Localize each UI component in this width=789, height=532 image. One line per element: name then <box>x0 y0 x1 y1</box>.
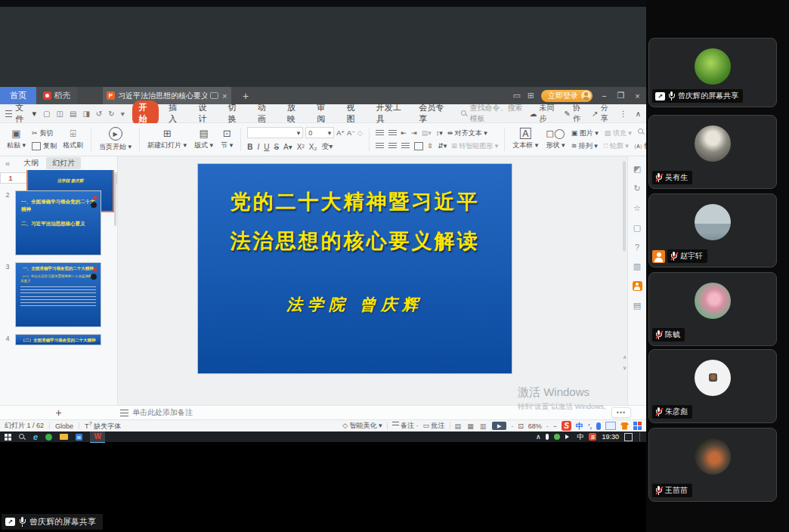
align-center-icon[interactable] <box>388 143 397 150</box>
tray-antivirus-icon[interactable] <box>554 434 560 440</box>
menu-tab-1[interactable]: 开始 <box>132 101 159 126</box>
login-button[interactable]: 立即登录 <box>541 90 593 102</box>
font-size-select[interactable]: 0▾ <box>305 127 334 138</box>
play-from-current-button[interactable]: ▶ 当页开始 ▾ <box>95 127 135 152</box>
align-left-icon[interactable] <box>376 143 384 150</box>
slide-canvas[interactable]: 党的二十大精神暨习近平 法治思想的核心要义解读 法学院 曾庆辉 <box>198 164 512 373</box>
format-painter-button[interactable]: ⌹ 格式刷 <box>59 128 87 150</box>
menu-tab-6[interactable]: 放映 <box>280 101 307 126</box>
participant-tile-1[interactable]: 曾庆辉的屏幕共享 <box>648 38 777 107</box>
participant-tile-5[interactable]: 朱彦彪 <box>648 349 777 423</box>
comment-button[interactable]: ▭ 批注 <box>423 421 445 431</box>
row-spacing-icon[interactable]: ⇳ <box>428 142 434 150</box>
ime-keyboard-icon[interactable] <box>605 422 616 430</box>
slide-thumbnail-3[interactable]: 3一、全面准确学习领会党的二十大精神（一）充分认识学习宣传贯彻党的二十大精神的重… <box>0 262 117 327</box>
ime-mode-indicator[interactable]: 中 <box>576 421 583 431</box>
participant-tile-2[interactable]: 吴有生 <box>648 115 777 189</box>
add-slide-button[interactable]: + <box>0 407 117 419</box>
menu-tab-9[interactable]: 开发工具 <box>370 101 410 126</box>
smart-graphic-button[interactable]: ⊞ 转智能图形 ▾ <box>451 141 498 151</box>
tray-mic-icon[interactable] <box>546 434 549 440</box>
justify-icon[interactable] <box>414 142 423 150</box>
decrease-indent-icon[interactable]: ⇤ <box>401 129 407 137</box>
outline-button[interactable]: □ 轮廓 ▾ <box>604 141 629 151</box>
subscript-button[interactable]: X₂ <box>309 143 317 151</box>
sync-status[interactable]: ☁ 未同步 <box>530 103 556 124</box>
more-options-icon[interactable]: ⋮ <box>620 110 627 118</box>
align-right-icon[interactable] <box>401 143 410 150</box>
zoom-out-button[interactable]: − <box>553 422 557 430</box>
slide-thumbnail-1[interactable]: 1党的二十大精神暨习近平法治思想的核心要义解读法学院 曾庆辉 <box>0 172 117 184</box>
editor-scrollbar[interactable] <box>623 161 626 252</box>
menu-tab-7[interactable]: 审阅 <box>310 101 336 126</box>
ime-punct-icon[interactable]: ’, <box>588 422 592 430</box>
copy-button[interactable]: 复制 <box>32 141 57 151</box>
read-pane-icon[interactable]: ▤ <box>633 301 641 311</box>
preview-icon[interactable]: ◨ <box>82 110 89 118</box>
clear-format-icon[interactable]: ◇ <box>357 129 363 137</box>
tab-docer[interactable]: 稻壳 <box>36 87 77 104</box>
text-direction-icon[interactable]: ▤▾ <box>422 129 432 137</box>
file-menu[interactable]: 文件 ▾ <box>5 102 36 125</box>
slide-thumbnail-4[interactable]: 4（二）全面准确学习领会党的二十大精神 <box>0 334 117 345</box>
output-icon[interactable]: ◫ <box>57 110 63 118</box>
menu-tab-8[interactable]: 视图 <box>339 101 366 126</box>
show-desktop-button[interactable] <box>639 432 642 441</box>
bullets-icon[interactable] <box>376 130 384 137</box>
chart-pane-icon[interactable]: ▥ <box>633 261 641 271</box>
new-slide-button[interactable]: ⊞ 新建幻灯片 ▾ <box>144 128 190 150</box>
fit-window-icon[interactable]: ⊡ <box>518 422 524 430</box>
sogou-logo-icon[interactable]: S <box>562 421 571 431</box>
volume-icon[interactable] <box>565 435 571 439</box>
save-icon[interactable]: ▢ <box>43 110 50 118</box>
taskbar-search-icon[interactable] <box>19 434 26 441</box>
participant-tile-4[interactable]: 陈毓 <box>648 272 777 346</box>
restore-button[interactable]: ❐ <box>616 91 626 101</box>
ie-icon[interactable]: e <box>33 433 38 441</box>
slide-editor[interactable]: 党的二十大精神暨习近平 法治思想的核心要义解读 法学院 曾庆辉 ∧ ∨ 激活 W… <box>118 156 627 405</box>
collapse-panel-icon[interactable]: « <box>5 159 10 168</box>
start-button[interactable] <box>5 434 11 441</box>
minimize-button[interactable]: − <box>599 91 609 101</box>
prev-slide-arrow[interactable]: ∧ <box>623 354 627 360</box>
missing-font-button[interactable]: T? 缺失字体 <box>85 420 121 431</box>
ime-skin-icon[interactable] <box>620 422 629 430</box>
star-pane-icon[interactable]: ☆ <box>633 203 641 213</box>
ime-toolbox-icon[interactable] <box>633 422 642 430</box>
numbering-icon[interactable] <box>388 130 397 137</box>
sorter-view-icon[interactable]: ▦ <box>467 422 475 430</box>
menu-tab-10[interactable]: 会员专享 <box>412 101 452 126</box>
font-family-select[interactable]: ▾ <box>247 127 303 138</box>
arrange-button[interactable]: ≋ 排列 ▾ <box>571 141 598 151</box>
photos-icon[interactable] <box>76 434 82 441</box>
menu-tab-3[interactable]: 设计 <box>191 101 218 126</box>
command-search[interactable]: 查找命令、搜索模板 <box>461 103 530 124</box>
layout-button[interactable]: ▤ 版式 ▾ <box>190 128 217 150</box>
notes-more-button[interactable]: ••• <box>611 407 631 418</box>
notes-input[interactable]: 单击此处添加备注 <box>117 407 193 418</box>
italic-button[interactable]: I <box>257 143 259 151</box>
customize-icon[interactable]: ▾ <box>121 110 125 118</box>
font-color-button[interactable]: A▾ <box>283 143 292 151</box>
note-button[interactable]: 备注 · <box>392 421 419 431</box>
sync-pane-icon[interactable]: ↻ <box>633 184 640 193</box>
participant-tile-6[interactable]: 王苗苗 <box>648 428 777 502</box>
collapse-ribbon-icon[interactable]: ∧ <box>636 110 641 118</box>
normal-view-icon[interactable]: ▤ <box>455 422 463 430</box>
slideshow-play-button[interactable]: ▶ <box>492 422 506 430</box>
ime-mic-icon[interactable] <box>596 422 601 430</box>
share-button[interactable]: ↗ 分享 <box>592 103 611 124</box>
close-button[interactable]: × <box>633 91 642 101</box>
play-options-icon[interactable]: · <box>511 422 513 430</box>
paste-button[interactable]: ▣ 粘贴 ▾ <box>3 128 29 150</box>
tray-sogou-icon[interactable]: S <box>589 433 596 441</box>
cut-button[interactable]: ✂ 剪切 <box>32 128 57 138</box>
participant-tile-3[interactable]: 赵宇轩 <box>648 193 777 268</box>
underline-button[interactable]: U <box>264 143 269 151</box>
assistant-pane-icon[interactable] <box>633 281 642 291</box>
share-pane-icon[interactable]: ◩ <box>633 164 641 174</box>
language-indicator[interactable]: Globe <box>55 422 73 430</box>
column-icon[interactable]: ⇵▾ <box>438 142 447 150</box>
bold-button[interactable]: B <box>247 143 252 151</box>
shape-button[interactable]: ◻◯ 形状 ▾ <box>542 128 568 150</box>
